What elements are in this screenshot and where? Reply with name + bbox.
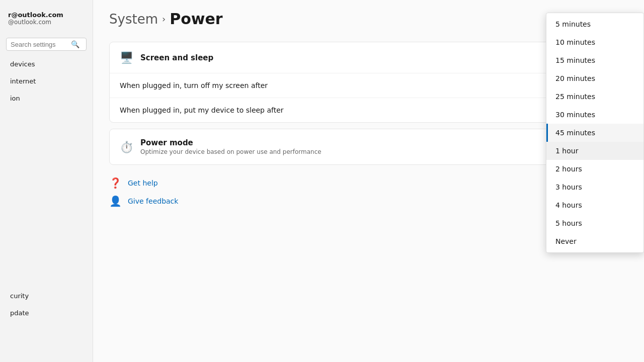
breadcrumb-current: Power xyxy=(170,10,222,28)
give-feedback-icon: 👤 xyxy=(109,195,122,207)
dropdown-item-2-hours[interactable]: 2 hours xyxy=(546,160,643,178)
dropdown-item-5-hours[interactable]: 5 hours xyxy=(546,214,643,232)
dropdown-item-15-minutes[interactable]: 15 minutes xyxy=(546,51,643,69)
power-mode-subtitle: Optimize your device based on power use … xyxy=(140,148,321,155)
dropdown-item-10-minutes[interactable]: 10 minutes xyxy=(546,33,643,51)
dropdown-item-never[interactable]: Never xyxy=(546,232,643,250)
screen-sleep-title: Screen and sleep xyxy=(140,53,213,62)
power-mode-title: Power mode xyxy=(140,138,321,147)
breadcrumb-system[interactable]: System xyxy=(109,12,158,27)
screen-off-label: When plugged in, turn off my screen afte… xyxy=(120,81,268,89)
sidebar-email-primary: r@outlook.com xyxy=(8,11,85,19)
dropdown-item-25-minutes[interactable]: 25 minutes xyxy=(546,87,643,106)
sidebar-item-update[interactable]: pdate xyxy=(2,305,91,321)
time-dropdown-menu[interactable]: 5 minutes10 minutes15 minutes20 minutes2… xyxy=(546,13,644,253)
power-icon: ⏱️ xyxy=(120,141,133,153)
dropdown-item-1-hour[interactable]: 1 hour xyxy=(546,142,643,160)
get-help-link[interactable]: Get help xyxy=(128,179,158,187)
sidebar-item-security[interactable]: curity xyxy=(2,288,91,304)
sidebar-item-devices[interactable]: devices xyxy=(2,56,91,72)
search-input[interactable] xyxy=(11,41,71,48)
dropdown-item-20-minutes[interactable]: 20 minutes xyxy=(546,69,643,87)
dropdown-item-5-minutes[interactable]: 5 minutes xyxy=(546,15,643,33)
dropdown-item-3-hours[interactable]: 3 hours xyxy=(546,178,643,196)
sidebar-account: r@outlook.com @outlook.com xyxy=(0,5,93,34)
sidebar-search-container[interactable]: 🔍 xyxy=(6,38,87,51)
power-mode-text: Power mode Optimize your device based on… xyxy=(140,138,321,155)
sidebar-item-ion[interactable]: ion xyxy=(2,90,91,107)
breadcrumb-arrow: › xyxy=(162,14,166,24)
sidebar-email-secondary: @outlook.com xyxy=(8,19,85,26)
dropdown-item-30-minutes[interactable]: 30 minutes xyxy=(546,106,643,124)
get-help-icon: ❓ xyxy=(109,177,122,189)
sidebar-item-internet[interactable]: internet xyxy=(2,73,91,89)
sidebar-nav: devices internet ion xyxy=(0,56,93,107)
sidebar: r@outlook.com @outlook.com 🔍 devices int… xyxy=(0,0,93,362)
give-feedback-link[interactable]: Give feedback xyxy=(128,197,178,205)
search-icon: 🔍 xyxy=(71,40,79,48)
monitor-icon: 🖥️ xyxy=(120,51,133,64)
dropdown-item-4-hours[interactable]: 4 hours xyxy=(546,196,643,214)
dropdown-item-45-minutes[interactable]: 45 minutes xyxy=(546,124,643,142)
sleep-label: When plugged in, put my device to sleep … xyxy=(120,106,284,114)
sidebar-bottom-nav: curity pdate xyxy=(0,287,93,322)
